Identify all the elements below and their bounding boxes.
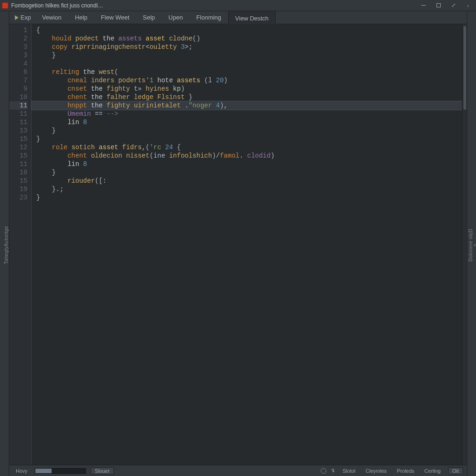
code-line[interactable]: }: [36, 168, 467, 177]
notify-icon[interactable]: ↯: [331, 468, 335, 474]
run-label: Exp: [20, 14, 31, 21]
code-line[interactable]: }: [36, 193, 467, 202]
title-bar: Fombogetion hilkes fict juss cnondl… ⤢ ‹: [0, 0, 476, 11]
code-line[interactable]: cnset the fighty t» hyines kp): [36, 85, 467, 93]
line-gutter: 1233467910111111131512151118151923: [9, 24, 32, 465]
progress-fill: [35, 469, 52, 473]
menu-item-6[interactable]: View Destch: [228, 11, 276, 24]
code-line[interactable]: }: [36, 126, 467, 135]
code-line[interactable]: chent oldecion nisset(ine infoolshich)/f…: [36, 152, 467, 160]
status-box[interactable]: Slouer: [91, 467, 114, 475]
right-rail-label: Dolonore objD: [468, 229, 473, 261]
app-icon: [2, 2, 8, 9]
minimize-icon: [421, 5, 426, 6]
code-line[interactable]: lin 8: [36, 160, 467, 168]
code-line[interactable]: Umemin == -->: [36, 110, 467, 118]
code-line[interactable]: }: [36, 135, 467, 143]
code-line[interactable]: }.;: [36, 185, 467, 193]
footer-item-1[interactable]: Cleymles: [363, 468, 390, 474]
code-area[interactable]: { hould podect the assets asset clodne()…: [32, 24, 467, 465]
footer-item-0[interactable]: Slotol: [340, 468, 358, 474]
footer-item-3[interactable]: Cerling: [422, 468, 443, 474]
vertical-scrollbar[interactable]: [462, 24, 467, 465]
menu-item-5[interactable]: Flonming: [190, 11, 228, 24]
status-ok[interactable]: Oit: [448, 467, 463, 475]
code-line[interactable]: riouder([:: [36, 177, 467, 185]
menu-item-2[interactable]: Flew Weet: [94, 11, 136, 24]
code-line[interactable]: [36, 60, 467, 68]
code-line[interactable]: hnppt the fighty uirinietalet ."noger 4)…: [32, 101, 467, 110]
minimize-button[interactable]: [417, 1, 430, 10]
sync-icon[interactable]: [321, 468, 326, 474]
menu-item-3[interactable]: Selp: [136, 11, 162, 24]
left-rail-label: TaheglyAutontge: [4, 226, 9, 264]
progress-bar: [35, 468, 86, 474]
menu-item-1[interactable]: Help: [68, 11, 94, 24]
maximize-button[interactable]: [432, 1, 444, 10]
left-tool-rail[interactable]: TaheglyAutontge: [0, 11, 9, 476]
scrollbar-thumb[interactable]: [463, 26, 466, 110]
code-line[interactable]: {: [36, 26, 467, 34]
menu-item-4[interactable]: Upen: [162, 11, 190, 24]
window-title: Fombogetion hilkes fict juss cnondl…: [11, 2, 415, 9]
run-button[interactable]: Exp: [10, 11, 35, 24]
code-line[interactable]: }: [36, 51, 467, 60]
code-line[interactable]: hould podect the assets asset clodne(): [36, 34, 467, 43]
code-line[interactable]: copy riprrinagingchenstr<ouletty 3>;: [36, 43, 467, 51]
right-tool-rail[interactable]: × Dolonore objD: [467, 11, 476, 476]
code-line[interactable]: lin 8: [36, 118, 467, 126]
menu-bar: Exp VewionHelpFlew WeetSelpUpenFlonmingV…: [9, 11, 467, 24]
code-line[interactable]: relting the west(: [36, 68, 467, 76]
status-left[interactable]: Hovy: [13, 468, 30, 474]
menu-item-0[interactable]: Vewion: [35, 11, 68, 24]
code-line[interactable]: role sotich asset fidrs,('rc 24 {: [36, 143, 467, 152]
code-line[interactable]: cneal inders poderts'1 hote assets (l 20…: [36, 76, 467, 85]
status-bar: Hovy Slouer ↯ SlotolCleymlesProledsCerli…: [9, 465, 467, 476]
restore-button[interactable]: ⤢: [447, 1, 459, 10]
code-line[interactable]: chent the falher ledge Flsinst }: [36, 93, 467, 101]
footer-item-2[interactable]: Proleds: [394, 468, 417, 474]
close-button[interactable]: ‹: [462, 1, 474, 10]
play-icon: [15, 15, 19, 20]
maximize-icon: [436, 3, 441, 7]
close-rail-icon[interactable]: ×: [473, 243, 476, 248]
code-editor[interactable]: 1233467910111111131512151118151923 { hou…: [9, 24, 467, 465]
